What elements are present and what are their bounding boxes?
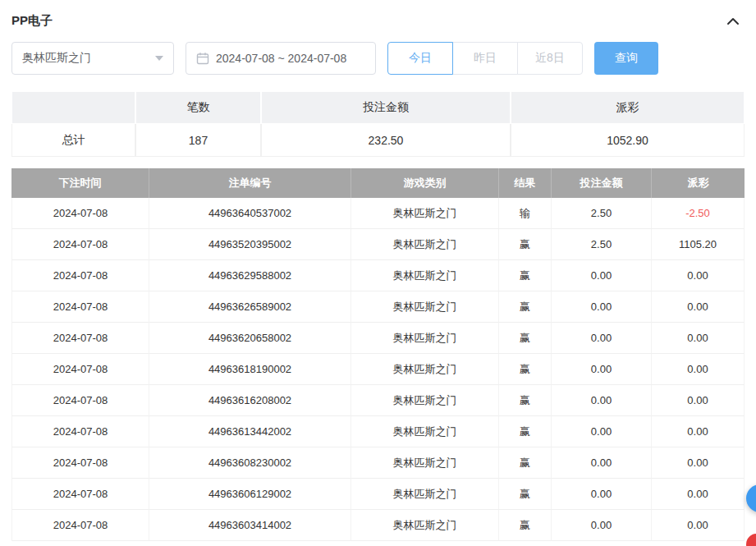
game-type-cell: 奥林匹斯之门: [351, 260, 499, 291]
records-table: 下注时间 注单编号 游戏类别 结果 投注金额 派彩 2024-07-084496…: [11, 168, 745, 541]
result-cell: 赢: [499, 291, 552, 323]
order-id-cell: 44963626589002: [149, 291, 351, 323]
summary-header-bet: 投注金额: [261, 91, 511, 124]
bet-time-cell: 2024-07-08: [11, 416, 149, 447]
order-id-cell: 44963640537002: [149, 198, 351, 229]
bet-time-cell: 2024-07-08: [11, 260, 149, 291]
payout-cell: 0.00: [652, 479, 745, 510]
records-table-body: 2024-07-0844963640537002奥林匹斯之门输2.50-2.50…: [11, 198, 745, 541]
game-type-cell: 奥林匹斯之门: [351, 291, 499, 323]
game-select[interactable]: 奥林匹斯之门: [11, 42, 174, 75]
result-cell: 赢: [499, 447, 552, 479]
game-type-cell: 奥林匹斯之门: [351, 416, 499, 447]
payout-cell: 1105.20: [652, 229, 745, 260]
game-type-cell: 奥林匹斯之门: [351, 447, 499, 479]
bet-time-cell: 2024-07-08: [11, 447, 149, 479]
records-table-header: 下注时间 注单编号 游戏类别 结果 投注金额 派彩: [11, 168, 745, 198]
header-result: 结果: [499, 168, 552, 198]
summary-table: 笔数 投注金额 派彩 总计 187 232.50 1052.90: [11, 91, 745, 157]
quick-range-yesterday-label: 昨日: [474, 51, 497, 66]
game-type-cell: 奥林匹斯之门: [351, 323, 499, 354]
header-bet-time: 下注时间: [11, 168, 149, 198]
summary-total-payout: 1052.90: [511, 124, 745, 157]
bet-amount-cell: 0.00: [552, 323, 652, 354]
header-game-type: 游戏类别: [351, 168, 499, 198]
search-button[interactable]: 查询: [594, 42, 658, 75]
bet-amount-cell: 2.50: [552, 198, 652, 229]
filter-bar: 奥林匹斯之门 2024-07-08 ~ 2024-07-08 今日 昨日 近8日…: [0, 39, 756, 75]
result-cell: 赢: [499, 479, 552, 510]
order-id-cell: 44963618190002: [149, 354, 351, 385]
game-type-cell: 奥林匹斯之门: [351, 385, 499, 416]
summary-total-bet: 232.50: [261, 124, 511, 157]
summary-total-count: 187: [135, 124, 261, 157]
header-bet-amount: 投注金额: [552, 168, 652, 198]
date-range-input[interactable]: 2024-07-08 ~ 2024-07-08: [186, 42, 376, 75]
bet-time-cell: 2024-07-08: [11, 479, 149, 510]
bet-amount-cell: 0.00: [552, 447, 652, 479]
table-row: 2024-07-0844963520395002奥林匹斯之门赢2.501105.…: [11, 229, 745, 260]
result-cell: 赢: [499, 260, 552, 291]
bet-amount-cell: 0.00: [552, 510, 652, 541]
bet-amount-cell: 0.00: [552, 260, 652, 291]
header-order-id: 注单编号: [149, 168, 351, 198]
chevron-down-icon: [155, 56, 163, 61]
bet-time-cell: 2024-07-08: [11, 291, 149, 323]
bet-time-cell: 2024-07-08: [11, 323, 149, 354]
table-row: 2024-07-0844963608230002奥林匹斯之门赢0.000.00: [11, 447, 745, 479]
bet-time-cell: 2024-07-08: [11, 510, 149, 541]
result-cell: 赢: [499, 385, 552, 416]
summary-header-blank: [11, 91, 135, 124]
game-type-cell: 奥林匹斯之门: [351, 510, 499, 541]
order-id-cell: 44963606129002: [149, 479, 351, 510]
bet-time-cell: 2024-07-08: [11, 198, 149, 229]
order-id-cell: 44963603414002: [149, 510, 351, 541]
bet-amount-cell: 0.00: [552, 416, 652, 447]
result-cell: 赢: [499, 229, 552, 260]
order-id-cell: 44963613442002: [149, 416, 351, 447]
payout-cell: -2.50: [652, 198, 745, 229]
summary-total-label: 总计: [11, 124, 135, 157]
quick-range-last8days-button[interactable]: 近8日: [517, 42, 583, 75]
payout-cell: 0.00: [652, 510, 745, 541]
table-row: 2024-07-0844963618190002奥林匹斯之门赢0.000.00: [11, 354, 745, 385]
order-id-cell: 44963629588002: [149, 260, 351, 291]
floating-service-button[interactable]: [746, 484, 756, 512]
calendar-icon: [196, 52, 209, 65]
quick-range-last8days-label: 近8日: [535, 51, 565, 66]
result-cell: 赢: [499, 354, 552, 385]
game-select-value: 奥林匹斯之门: [22, 51, 91, 66]
page-title: PP电子: [11, 13, 53, 29]
panel-header: PP电子: [0, 0, 756, 39]
bet-amount-cell: 0.00: [552, 354, 652, 385]
header-payout: 派彩: [652, 168, 745, 198]
bet-time-cell: 2024-07-08: [11, 385, 149, 416]
table-row: 2024-07-0844963620658002奥林匹斯之门赢0.000.00: [11, 323, 745, 354]
quick-range-yesterday-button[interactable]: 昨日: [452, 42, 518, 75]
quick-range-today-label: 今日: [409, 51, 432, 66]
order-id-cell: 44963520395002: [149, 229, 351, 260]
result-cell: 赢: [499, 323, 552, 354]
game-type-cell: 奥林匹斯之门: [351, 229, 499, 260]
quick-range-group: 今日 昨日 近8日: [387, 42, 583, 75]
collapse-panel-button[interactable]: [726, 17, 740, 25]
result-cell: 赢: [499, 416, 552, 447]
floating-promo-button[interactable]: [746, 534, 756, 546]
result-cell: 赢: [499, 510, 552, 541]
quick-range-today-button[interactable]: 今日: [387, 42, 453, 75]
game-type-cell: 奥林匹斯之门: [351, 198, 499, 229]
payout-cell: 0.00: [652, 323, 745, 354]
table-row: 2024-07-0844963613442002奥林匹斯之门赢0.000.00: [11, 416, 745, 447]
bet-amount-cell: 0.00: [552, 479, 652, 510]
payout-cell: 0.00: [652, 260, 745, 291]
order-id-cell: 44963608230002: [149, 447, 351, 479]
bet-time-cell: 2024-07-08: [11, 354, 149, 385]
payout-cell: 0.00: [652, 354, 745, 385]
game-type-cell: 奥林匹斯之门: [351, 479, 499, 510]
table-row: 2024-07-0844963629588002奥林匹斯之门赢0.000.00: [11, 260, 745, 291]
payout-cell: 0.00: [652, 385, 745, 416]
bet-amount-cell: 0.00: [552, 385, 652, 416]
summary-header-count: 笔数: [135, 91, 261, 124]
bet-time-cell: 2024-07-08: [11, 229, 149, 260]
date-range-value: 2024-07-08 ~ 2024-07-08: [216, 52, 346, 65]
